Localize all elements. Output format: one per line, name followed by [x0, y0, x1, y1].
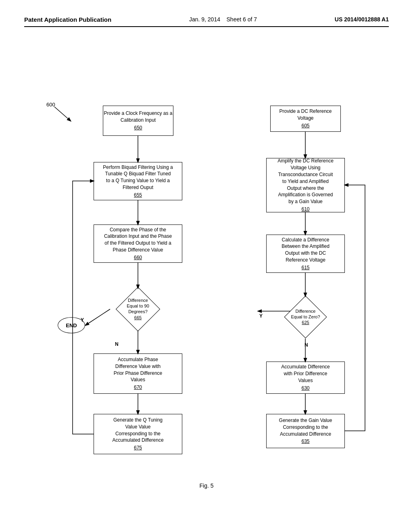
diamond-665-num: 665 — [134, 315, 142, 321]
date-label: Jan. 9, 2014 — [189, 16, 220, 23]
box-610-num: 610 — [301, 206, 309, 213]
sheet-label: Sheet 6 of 7 — [227, 16, 257, 23]
end-label: END — [66, 322, 77, 328]
n-label-625: N — [305, 342, 308, 348]
diamond-625-num: 625 — [302, 320, 309, 326]
box-650-text: Provide a Clock Frequency as aCalibratio… — [104, 110, 172, 124]
page-header: Patent Application Publication Jan. 9, 2… — [24, 16, 389, 27]
date-sheet-label: Jan. 9, 2014 Sheet 6 of 7 — [189, 16, 257, 23]
y-label-625: Y — [259, 313, 263, 319]
box-635-text: Generate the Gain ValueCorresponding to … — [279, 417, 332, 437]
box-660-text: Compare the Phase of theCalibration Inpu… — [104, 227, 172, 254]
box-615: Calculate a DifferenceBetween the Amplif… — [266, 235, 345, 273]
diamond-625: DifferenceEqual to Zero? 625 — [266, 295, 345, 339]
diagram-area: 600 Provide a Clock Frequency as aCalibr… — [24, 35, 389, 478]
box-655: Perform Biquad Filtering Using aTunable … — [94, 162, 182, 200]
publication-label: Patent Application Publication — [24, 16, 111, 23]
box-630-text: Accumulate Differencewith Prior Differen… — [281, 364, 330, 384]
diamond-665-text: DifferenceEqual to 90Degrees? — [127, 297, 149, 315]
box-655-text: Perform Biquad Filtering Using aTunable … — [103, 164, 173, 191]
diamond-665: DifferenceEqual to 90Degrees? 665 — [94, 287, 182, 331]
box-630-num: 630 — [301, 385, 309, 392]
box-605-num: 605 — [301, 123, 309, 129]
box-605-text: Provide a DC ReferenceVoltage — [279, 108, 332, 122]
box-660-num: 660 — [134, 254, 142, 261]
box-635-num: 635 — [301, 438, 309, 445]
box-670-text: Accumulate PhaseDifference Value withPri… — [114, 356, 163, 383]
patent-number-label: US 2014/0012888 A1 — [335, 16, 389, 23]
box-670: Accumulate PhaseDifference Value withPri… — [94, 353, 182, 394]
diamond-625-text: DifferenceEqual to Zero? — [291, 308, 320, 320]
figure-label: Fig. 5 — [24, 482, 389, 489]
box-615-text: Calculate a DifferenceBetween the Amplif… — [282, 237, 330, 264]
box-675-num: 675 — [134, 445, 142, 451]
y-label-665: Y — [81, 317, 84, 323]
box-670-num: 670 — [134, 384, 142, 391]
box-675-text: Generate the Q TuningValue ValueCorrespo… — [112, 417, 163, 444]
box-675: Generate the Q TuningValue ValueCorrespo… — [94, 414, 182, 454]
box-635: Generate the Gain ValueCorresponding to … — [266, 414, 345, 448]
diagram-number: 600 — [46, 102, 55, 108]
box-650-num: 650 — [134, 125, 142, 131]
box-655-num: 655 — [134, 192, 142, 199]
box-610-text: Amplify the DC ReferenceVoltage UsingTra… — [277, 158, 334, 205]
n-label-665: N — [115, 341, 119, 347]
box-660: Compare the Phase of theCalibration Inpu… — [94, 224, 182, 263]
box-610: Amplify the DC ReferenceVoltage UsingTra… — [266, 158, 345, 212]
box-650: Provide a Clock Frequency as aCalibratio… — [103, 106, 173, 136]
box-605: Provide a DC ReferenceVoltage 605 — [270, 106, 341, 132]
box-615-num: 615 — [301, 264, 309, 271]
page: Patent Application Publication Jan. 9, 2… — [0, 0, 413, 532]
box-630: Accumulate Differencewith Prior Differen… — [266, 362, 345, 394]
svg-line-0 — [54, 107, 71, 121]
